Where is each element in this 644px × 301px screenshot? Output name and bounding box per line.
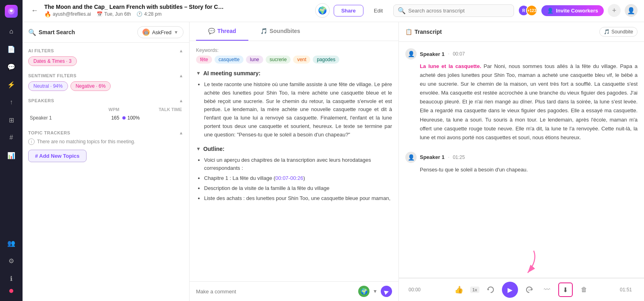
- sidebar-item-home[interactable]: ⌂: [4, 24, 19, 39]
- keyword-fete[interactable]: fête: [196, 56, 212, 64]
- add-new-topics-button[interactable]: # Add New Topics: [28, 150, 87, 162]
- ai-summary-heading[interactable]: ▼ AI meeting summary:: [196, 70, 392, 76]
- recording-indicator: [9, 289, 13, 293]
- sidebar-item-people[interactable]: 👥: [4, 236, 19, 250]
- tab-bar: 💬 Thread 🎵 Soundbites: [190, 22, 398, 41]
- thread-icon: 💬: [208, 28, 215, 34]
- speakers-chevron[interactable]: ▲: [179, 98, 184, 103]
- total-time: 01:51: [620, 287, 634, 293]
- comment-globe-button[interactable]: 🌍: [358, 286, 369, 297]
- left-panel-header: 🔍 Smart Search 🤖 AskFred ▼: [23, 22, 189, 43]
- outline-heading[interactable]: ▼ Outline:: [196, 146, 392, 152]
- sidebar-item-notes[interactable]: 📄: [4, 42, 19, 56]
- keyword-pagodes[interactable]: pagodes: [313, 56, 339, 64]
- chevron-down-icon: ▼: [174, 30, 178, 35]
- speaker-avatar-1: 👤: [405, 48, 417, 60]
- topic-trackers-title: TOPIC TRACKERS ▲: [28, 130, 184, 135]
- soundbite-icon: 🎵: [604, 29, 610, 35]
- sidebar-item-chart[interactable]: 📊: [4, 148, 19, 163]
- delete-button[interactable]: 🗑: [578, 283, 590, 296]
- sentiment-filters-section: SENTIMENT FILTERS ▲ Neutral · 94% Negati…: [28, 73, 184, 91]
- outline-section: ▼ Outline: Voici un aperçu des chapitres…: [196, 146, 392, 203]
- askfred-button[interactable]: 🤖 AskFred ▼: [137, 26, 184, 38]
- highlighted-text: La lune et la casquette.: [420, 63, 481, 69]
- tab-soundbites[interactable]: 🎵 Soundbites: [248, 22, 312, 41]
- rewind-button[interactable]: [484, 283, 497, 296]
- sidebar-item-hashtag[interactable]: #: [4, 130, 19, 145]
- soundbite-button[interactable]: 🎵 Soundbite: [599, 27, 638, 37]
- waveform-button[interactable]: 〰: [541, 283, 553, 296]
- add-button[interactable]: +: [608, 4, 621, 17]
- search-bar[interactable]: 🔍: [393, 4, 514, 17]
- no-topics-message: i There are no matching topics for this …: [28, 138, 184, 145]
- outline-bullet-3: Description de la visite de la famille à…: [204, 184, 392, 193]
- sidebar-item-lightning[interactable]: ⚡: [4, 77, 19, 92]
- svg-text:15: 15: [528, 288, 532, 292]
- transcript-header: 📋 Transcript 🎵 Soundbite: [399, 22, 644, 42]
- askfred-avatar: 🤖: [142, 29, 150, 36]
- speaker-row-1: 👤 Speaker 1 · 00:07: [405, 48, 638, 60]
- speakers-section: SPEAKERS ▲ WPM TALK TIME: [28, 98, 184, 123]
- search-icon: 🔍: [398, 7, 406, 14]
- app-logo[interactable]: [5, 5, 18, 18]
- play-button[interactable]: ▶: [502, 282, 518, 298]
- avatar-count: +123: [526, 5, 537, 16]
- sidebar-item-upload[interactable]: ↑: [4, 95, 19, 109]
- ai-filters-chevron[interactable]: ▲: [179, 48, 184, 53]
- user-profile-avatar[interactable]: 👤: [625, 4, 638, 17]
- keyword-casquette[interactable]: casquette: [215, 56, 244, 64]
- keyword-vent[interactable]: vent: [293, 56, 310, 64]
- transcript-entry-2: 👤 Speaker 1 · 01:25 Penses-tu que le sol…: [405, 152, 638, 174]
- transcript-title: 📋 Transcript: [405, 29, 442, 35]
- sentiment-chevron[interactable]: ▲: [179, 73, 184, 78]
- dates-times-pill[interactable]: Dates & Times · 3: [28, 56, 77, 66]
- document-title: The Moon and the Cap_ Learn French with …: [44, 4, 311, 10]
- download-button[interactable]: ⬇: [558, 282, 573, 297]
- negative-pill[interactable]: Negative · 6%: [70, 81, 111, 91]
- main-content: ← The Moon and the Cap_ Learn French wit…: [23, 0, 644, 301]
- user-email-meta: 🔥 ayush@fireflies.ai: [44, 11, 91, 17]
- summary-chevron-icon: ▼: [196, 70, 201, 76]
- player-controls: 👍 1x ▶: [429, 282, 613, 298]
- timestamp-link[interactable]: 00:07-00:26: [275, 175, 303, 181]
- content-area: 🔍 Smart Search 🤖 AskFred ▼ AI FILTERS ▲: [23, 22, 644, 301]
- edit-button[interactable]: Edit: [367, 5, 389, 16]
- topic-trackers-chevron[interactable]: ▲: [179, 130, 184, 135]
- speakers-table: WPM TALK TIME Speaker 1 165: [28, 106, 184, 123]
- player-wrapper: 00:00 👍 1x ▶: [399, 278, 644, 301]
- speaker-time-1: 00:07: [453, 51, 465, 57]
- language-button[interactable]: 🌍: [315, 3, 330, 18]
- tab-thread[interactable]: 💬 Thread: [196, 22, 248, 41]
- sidebar-item-settings[interactable]: ⚙: [4, 254, 19, 268]
- transcript-icon: 📋: [405, 29, 412, 35]
- sidebar: ⌂ 📄 💬 ⚡ ↑ ⊞ # 📊 👥 ⚙ ℹ: [0, 0, 23, 301]
- speed-badge[interactable]: 1x: [470, 287, 479, 293]
- user-avatars: R +123: [518, 5, 537, 16]
- neutral-pill[interactable]: Neutral · 94%: [28, 81, 68, 91]
- share-button[interactable]: Share: [334, 5, 363, 16]
- comment-chevron-icon[interactable]: ▼: [373, 289, 378, 294]
- date-meta: 📅 Tue, Jun 6th: [97, 11, 131, 17]
- outline-bullets: Voici un aperçu des chapitres de la tran…: [196, 156, 392, 203]
- search-input[interactable]: [408, 8, 510, 14]
- transcript-text-2: Penses-tu que le soleil a besoin d'un ch…: [420, 165, 638, 174]
- sidebar-item-chat[interactable]: 💬: [4, 60, 19, 74]
- current-time: 00:00: [409, 287, 423, 293]
- invite-icon: 👤: [547, 8, 553, 14]
- invite-coworkers-button[interactable]: 👤 Invite Coworkers: [541, 5, 604, 16]
- send-comment-button[interactable]: ▶: [379, 284, 394, 299]
- speaker-row: Speaker 1 165 100%: [28, 113, 184, 123]
- topic-trackers-section: TOPIC TRACKERS ▲ i There are no matching…: [28, 130, 184, 162]
- back-button[interactable]: ←: [29, 5, 40, 16]
- sidebar-item-info[interactable]: ℹ: [4, 271, 19, 286]
- keyword-lune[interactable]: lune: [246, 56, 263, 64]
- speaker-row-2: 👤 Speaker 1 · 01:25: [405, 152, 638, 163]
- keywords-pills: fête casquette lune sucrerie vent pagode…: [196, 56, 392, 64]
- keyword-sucrerie[interactable]: sucrerie: [266, 56, 291, 64]
- thumbs-up-button[interactable]: 👍: [452, 283, 465, 296]
- sidebar-item-grid[interactable]: ⊞: [4, 113, 19, 127]
- keywords-row: Keywords: fête casquette lune sucrerie v…: [196, 47, 392, 64]
- comment-input[interactable]: [196, 289, 355, 295]
- left-panel-body: AI FILTERS ▲ Dates & Times · 3 SENTIMENT…: [23, 43, 189, 301]
- forward-button[interactable]: 15: [523, 283, 536, 296]
